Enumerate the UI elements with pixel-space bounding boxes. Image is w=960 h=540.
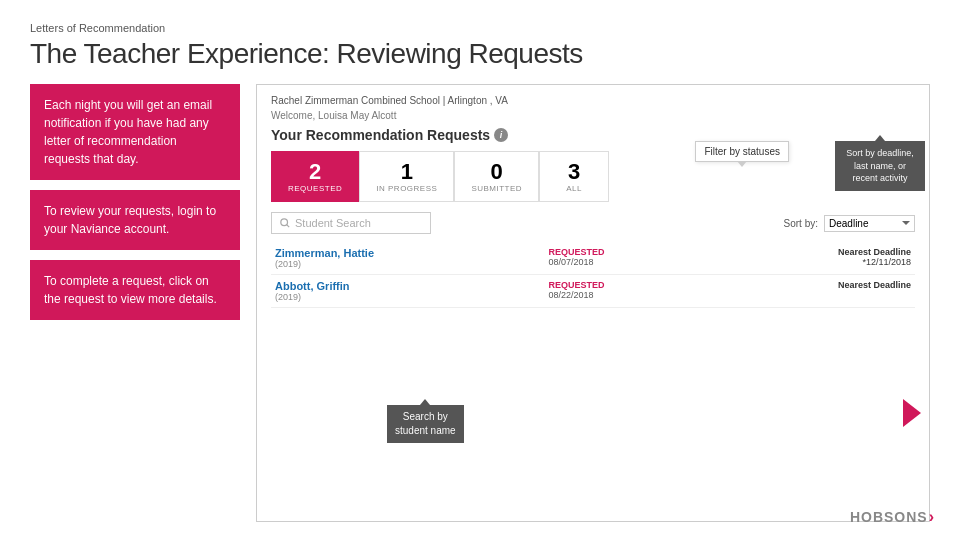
stat-requested-number: 2 — [309, 160, 321, 184]
table-row[interactable]: Zimmerman, Hattie (2019) REQUESTED 08/07… — [271, 242, 915, 275]
main-title: The Teacher Experience: Reviewing Reques… — [30, 38, 930, 70]
stat-all-number: 3 — [568, 160, 580, 184]
search-icon — [280, 218, 290, 228]
hobsons-logo: HOBSONS › — [850, 508, 934, 526]
status-2: REQUESTED — [548, 280, 704, 290]
nav-section-title: Your Recommendation Requests i — [271, 127, 915, 143]
search-placeholder: Student Search — [295, 217, 371, 229]
stat-all[interactable]: 3 ALL — [539, 151, 609, 202]
date-2: 08/22/2018 — [548, 290, 704, 300]
status-1: REQUESTED — [548, 247, 704, 257]
sort-select[interactable]: Deadline Last Name Recent Activity — [824, 215, 915, 232]
stat-all-label: ALL — [566, 184, 582, 193]
search-row: Student Search Sort by: Deadline Last Na… — [271, 212, 915, 234]
hobsons-text: HOBSONS — [850, 509, 928, 525]
deadline-label-2: Nearest Deadline — [712, 280, 911, 290]
student-search-callout: Search bystudent name — [387, 405, 464, 443]
naviance-panel: Rachel Zimmerman Combined School | Arlin… — [256, 84, 930, 522]
student-name-2: Abbott, Griffin — [275, 280, 540, 292]
sort-label: Sort by: — [784, 218, 818, 229]
nav-welcome: Welcome, Louisa May Alcott — [271, 110, 915, 121]
info-box-1: Each night you will get an email notific… — [30, 84, 240, 180]
filter-callout: Filter by statuses — [695, 141, 789, 162]
stat-submitted-label: SUBMITTED — [471, 184, 522, 193]
info-box-3: To complete a request, click on the requ… — [30, 260, 240, 320]
stat-requested[interactable]: 2 REQUESTED — [271, 151, 359, 202]
stat-submitted-number: 0 — [491, 160, 503, 184]
student-name-1: Zimmerman, Hattie — [275, 247, 540, 259]
stat-inprogress[interactable]: 1 IN PROGRESS — [359, 151, 454, 202]
stat-inprogress-number: 1 — [401, 160, 413, 184]
nav-header: Rachel Zimmerman Combined School | Arlin… — [271, 95, 915, 106]
svg-line-1 — [287, 225, 290, 228]
date-1: 08/07/2018 — [548, 257, 704, 267]
hobsons-chevron-icon: › — [929, 508, 934, 526]
info-icon: i — [494, 128, 508, 142]
student-year-1: (2019) — [275, 259, 540, 269]
sort-controls: Sort by: Deadline Last Name Recent Activ… — [784, 215, 915, 232]
nearest-deadline-arrow — [903, 399, 921, 427]
student-search-box[interactable]: Student Search — [271, 212, 431, 234]
sort-callout: Sort by deadline,last name, orrecent act… — [835, 141, 925, 191]
svg-point-0 — [281, 219, 288, 226]
info-box-2: To review your requests, login to your N… — [30, 190, 240, 250]
deadline-date-1: *12/11/2018 — [712, 257, 911, 267]
request-table: Zimmerman, Hattie (2019) REQUESTED 08/07… — [271, 242, 915, 308]
table-row[interactable]: Abbott, Griffin (2019) REQUESTED 08/22/2… — [271, 275, 915, 308]
stats-row: 2 REQUESTED 1 IN PROGRESS 0 SUBMITTED 3 … — [271, 151, 915, 202]
student-year-2: (2019) — [275, 292, 540, 302]
stat-requested-label: REQUESTED — [288, 184, 342, 193]
left-panel: Each night you will get an email notific… — [30, 84, 240, 522]
stat-submitted[interactable]: 0 SUBMITTED — [454, 151, 539, 202]
content-area: Each night you will get an email notific… — [30, 84, 930, 522]
stat-inprogress-label: IN PROGRESS — [376, 184, 437, 193]
deadline-label-1: Nearest Deadline — [712, 247, 911, 257]
breadcrumb: Letters of Recommendation — [30, 22, 930, 34]
arrow-icon — [903, 399, 921, 427]
page: Letters of Recommendation The Teacher Ex… — [0, 0, 960, 540]
